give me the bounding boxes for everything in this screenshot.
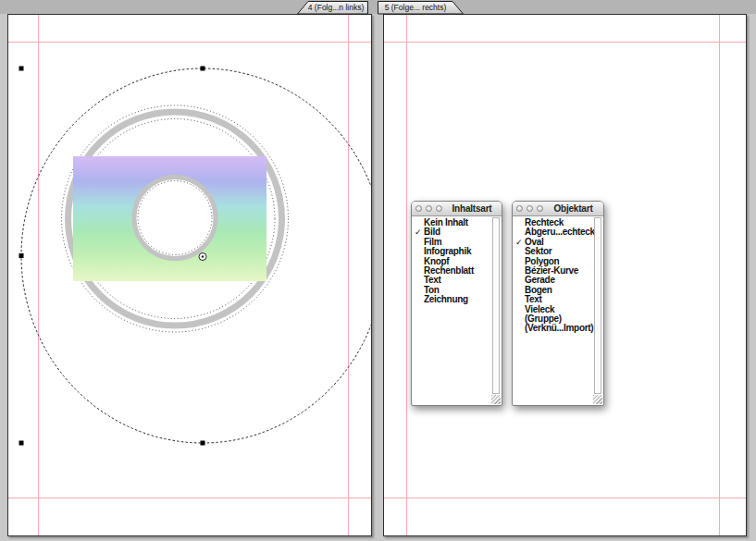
zoom-button[interactable]: [537, 205, 543, 212]
selection-handle[interactable]: [19, 441, 24, 446]
list-item-label: Kein Inhalt: [424, 217, 468, 227]
list-item-label: Infographik: [424, 246, 471, 256]
list-item-label: Bogen: [525, 285, 552, 295]
tab-page-5-label[interactable]: 5 (Folge... rechts): [379, 2, 452, 13]
rotation-center-icon: [199, 253, 206, 261]
selection-handle[interactable]: [19, 67, 24, 71]
list-item-label: Bild: [424, 227, 440, 237]
list-item-label: Knopf: [424, 256, 449, 266]
disc-hole-shape[interactable]: [134, 178, 216, 259]
margin-guide-bottom: [384, 498, 746, 498]
palette-titlebar[interactable]: Objektart: [513, 202, 603, 216]
list-item-label: Rechenblatt: [424, 265, 474, 276]
list-item-label: (Gruppe): [525, 314, 562, 324]
page-tabs-graphic: [0, 0, 756, 15]
app-window: 4 (Folg...n links) 5 (Folge... rechts): [0, 0, 756, 541]
tab-page-4-label[interactable]: 4 (Folg...n links): [305, 2, 366, 13]
list-item-label: Vieleck: [525, 304, 554, 314]
selection-handle[interactable]: [19, 253, 24, 258]
selection-handle[interactable]: [201, 441, 205, 446]
minimize-button[interactable]: [426, 205, 432, 212]
selection-handle[interactable]: [201, 67, 205, 71]
margin-guide-left: [406, 15, 407, 535]
content-type-list: Kein Inhalt ✓Bild Film Infographik Knopf…: [412, 216, 502, 305]
page-left-canvas[interactable]: [7, 14, 372, 536]
disc-artwork: [8, 15, 371, 535]
palette-title: Inhaltsart: [446, 203, 498, 215]
resize-grip-icon[interactable]: [593, 395, 602, 404]
palette-titlebar[interactable]: Inhaltsart: [412, 202, 502, 216]
checkmark-icon: ✓: [515, 238, 522, 247]
close-button[interactable]: [415, 205, 422, 212]
list-item[interactable]: (Verknü...Import): [513, 324, 603, 333]
list-item-label: Abgeru...echteck: [525, 227, 595, 237]
minimize-button[interactable]: [527, 205, 533, 212]
list-item-label: Ton: [424, 285, 440, 295]
list-item-label: Gerade: [525, 275, 555, 285]
checkmark-icon: ✓: [415, 227, 421, 237]
palette-scrollbar[interactable]: [594, 217, 601, 394]
margin-guide-right: [719, 15, 720, 535]
close-button[interactable]: [516, 205, 523, 212]
list-item-label: Bézier-Kurve: [525, 265, 578, 276]
zoom-button[interactable]: [436, 205, 442, 212]
palette-title: Objektart: [547, 203, 600, 215]
list-item-label: Zeichnung: [424, 294, 468, 304]
palette-body: Rechteck Abgeru...echteck ✓Oval Sektor P…: [513, 216, 603, 405]
palette-objektart: Objektart Rechteck Abgeru...echteck ✓Ova…: [512, 201, 604, 406]
palette-inhaltsart: Inhaltsart Kein Inhalt ✓Bild Film Infogr…: [411, 201, 502, 406]
object-type-list: Rechteck Abgeru...echteck ✓Oval Sektor P…: [513, 216, 603, 334]
list-item-label: Text: [424, 275, 441, 285]
list-item-label: Rechteck: [525, 217, 564, 227]
list-item-label: Sektor: [525, 246, 552, 256]
palette-scrollbar[interactable]: [492, 217, 500, 394]
list-item-label: Oval: [525, 237, 543, 247]
list-item-label: Polygon: [525, 256, 559, 266]
resize-grip-icon[interactable]: [491, 395, 501, 404]
margin-guide-top: [384, 42, 746, 43]
list-item-label: (Verknü...Import): [525, 323, 593, 333]
list-item[interactable]: Zeichnung: [412, 295, 502, 304]
list-item-label: Film: [424, 237, 441, 247]
list-item-label: Text: [525, 294, 542, 304]
palette-body: Kein Inhalt ✓Bild Film Infographik Knopf…: [412, 216, 502, 405]
